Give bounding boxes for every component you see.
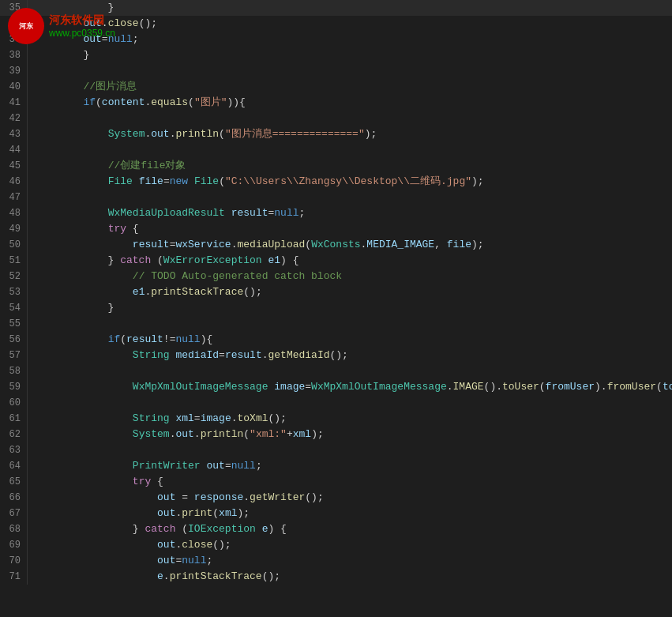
- token-var: out: [206, 460, 224, 472]
- token-plain: [34, 570, 157, 582]
- token-method: toUser: [502, 381, 539, 393]
- token-plain: !=: [163, 333, 176, 345]
- token-comment: // TODO Auto-generated catch block: [133, 270, 342, 282]
- token-plain: [34, 207, 108, 219]
- token-plain: .: [102, 17, 108, 29]
- table-row: 36 out.close();: [0, 16, 672, 32]
- token-method: fromUser: [607, 381, 656, 393]
- table-row: 37 out=null;: [0, 32, 672, 47]
- token-var: wxService: [175, 239, 231, 250]
- token-kw: new: [170, 175, 188, 187]
- token-method: equals: [151, 96, 188, 108]
- line-number: 36: [0, 16, 28, 32]
- token-var: e1: [268, 254, 280, 266]
- line-content: [28, 111, 672, 126]
- line-number: 44: [0, 142, 28, 158]
- token-plain: }: [34, 254, 120, 266]
- token-var: out: [175, 428, 193, 440]
- line-content: out.close();: [28, 537, 672, 553]
- token-var: image: [201, 412, 231, 424]
- token-str: "C:\\Users\\Zhangsy\\Desktop\\二维码.jpg": [225, 175, 471, 187]
- line-number: 39: [0, 63, 28, 79]
- token-type: IOException: [188, 523, 256, 535]
- token-plain: (: [219, 175, 225, 187]
- token-type: System: [108, 128, 145, 140]
- token-plain: =: [194, 412, 201, 424]
- table-row: 43 System.out.println("图片消息=============…: [0, 126, 672, 142]
- token-plain: [34, 349, 133, 361]
- token-plain: [34, 476, 133, 487]
- table-row: 69 out.close();: [0, 537, 672, 553]
- line-number: 47: [0, 190, 28, 205]
- token-plain: [34, 239, 133, 250]
- token-plain: =: [102, 33, 108, 45]
- token-var: touser: [663, 381, 672, 393]
- token-var: out: [157, 507, 175, 519]
- line-content: File file=new File("C:\\Users\\Zhangsy\\…: [28, 174, 672, 190]
- token-plain: .: [262, 349, 268, 361]
- token-comment: //创建file对象: [108, 160, 186, 171]
- line-content: System.out.println("xml:"+xml);: [28, 427, 672, 442]
- line-content: [28, 316, 672, 332]
- table-row: 68 } catch (IOException e) {: [0, 521, 672, 537]
- token-kw: null: [274, 207, 298, 219]
- token-plain: [34, 270, 133, 282]
- line-number: 35: [0, 0, 28, 16]
- line-content: WxMpXmlOutImageMessage image=WxMpXmlOutI…: [28, 379, 672, 395]
- token-plain: (: [188, 96, 194, 108]
- table-row: 47: [0, 190, 672, 205]
- line-number: 58: [0, 363, 28, 379]
- line-content: } catch (IOException e) {: [28, 521, 672, 537]
- line-content: out.close();: [28, 16, 672, 32]
- token-var: xml: [293, 428, 311, 440]
- token-str: "xml:": [250, 428, 287, 440]
- line-number: 71: [0, 569, 28, 585]
- table-row: 62 System.out.println("xml:"+xml);: [0, 427, 672, 442]
- token-type: WxErrorException: [163, 254, 262, 266]
- line-content: out=null;: [28, 32, 672, 47]
- token-var: xml: [175, 412, 193, 424]
- token-kw: null: [175, 333, 200, 345]
- token-comment: //图片消息: [83, 81, 137, 92]
- token-plain: [34, 539, 157, 551]
- line-content: [28, 363, 672, 379]
- token-plain: ){: [201, 333, 213, 345]
- line-number: 66: [0, 490, 28, 506]
- token-plain: }: [34, 523, 145, 535]
- token-method: close: [108, 17, 139, 29]
- line-number: 37: [0, 32, 28, 47]
- token-plain: [34, 175, 108, 187]
- token-plain: =: [305, 381, 311, 393]
- line-content: } catch (WxErrorException e1) {: [28, 253, 672, 269]
- line-content: String mediaId=result.getMediaId();: [28, 348, 672, 363]
- line-number: 69: [0, 537, 28, 553]
- line-content: e1.printStackTrace();: [28, 284, 672, 300]
- line-number: 57: [0, 348, 28, 363]
- code-editor: 河东 河东软件园 www.pc0359.cn 35 }36 out.close(…: [0, 0, 672, 617]
- token-plain: +: [287, 428, 293, 440]
- token-type: PrintWriter: [133, 460, 201, 472]
- token-method: println: [175, 128, 219, 140]
- table-row: 55: [0, 316, 672, 332]
- token-plain: [188, 175, 194, 187]
- line-content: if(content.equals("图片")){: [28, 95, 672, 111]
- table-row: 63: [0, 442, 672, 458]
- line-number: 38: [0, 47, 28, 63]
- token-str: "图片消息==============": [225, 128, 365, 140]
- token-kw: null: [108, 33, 133, 45]
- line-content: System.out.println("图片消息==============")…: [28, 126, 672, 142]
- token-plain: [34, 81, 83, 92]
- table-row: 45 //创建file对象: [0, 158, 672, 174]
- token-plain: ();: [262, 570, 280, 582]
- token-method: print: [182, 507, 212, 519]
- token-method: toXml: [238, 412, 268, 424]
- token-type: WxMpXmlOutImageMessage: [133, 381, 268, 393]
- token-type: File: [194, 175, 219, 187]
- line-content: e.printStackTrace();: [28, 569, 672, 585]
- token-plain: ,: [434, 239, 447, 250]
- token-plain: [34, 96, 83, 108]
- token-var: out: [83, 17, 101, 29]
- token-plain: ).: [595, 381, 607, 393]
- line-content: if(result!=null){: [28, 332, 672, 348]
- token-var: xml: [219, 507, 237, 519]
